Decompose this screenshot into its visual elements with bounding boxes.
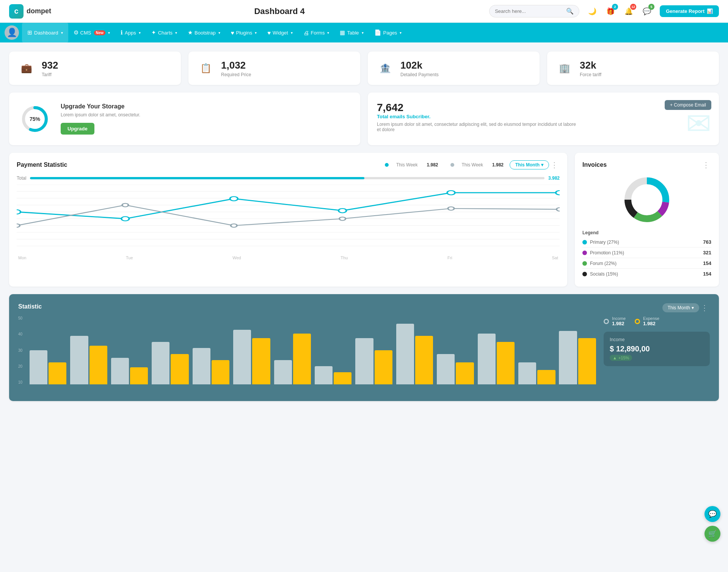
invoices-card: Invoices ⋮ Legend Primary (27%) 763: [575, 153, 719, 287]
payment-chart-title: Payment Statistic: [17, 161, 385, 168]
logo: c dompet: [9, 4, 70, 19]
search-icon[interactable]: 🔍: [566, 8, 574, 15]
statistic-month-button[interactable]: This Month ▾: [662, 303, 699, 312]
bar-yellow: [497, 342, 515, 384]
primary-label: Primary (27%): [590, 240, 700, 245]
invoice-legend-socials: Socials (15%) 154: [582, 269, 711, 279]
bar-white: [30, 350, 47, 384]
bar-group: [233, 330, 270, 384]
statistic-body: 10 20 30 40 50 Income 1.982: [18, 316, 710, 392]
legend-val-1: 1.982: [427, 162, 438, 168]
nav-forms-label: Forms: [311, 30, 325, 36]
upgrade-button[interactable]: Upgrade: [61, 123, 94, 135]
charts-icon: ✦: [151, 29, 156, 36]
arrow-up-icon: ▲: [613, 356, 617, 360]
payment-total-row: Total 3.982: [17, 176, 560, 181]
tariff-info: 932 Tariff: [42, 60, 58, 77]
bell-button[interactable]: 🔔 12: [622, 5, 635, 18]
page-title: Dashboard 4: [76, 6, 483, 16]
chevron-down-icon-cms: ▾: [108, 31, 110, 35]
chevron-down-icon-bootstrap: ▾: [218, 31, 220, 35]
nav-item-cms[interactable]: ⚙ CMS New ▾: [68, 23, 115, 42]
expense-info: Expense 1.982: [643, 316, 659, 326]
svg-point-19: [122, 204, 128, 207]
bar-white: [315, 366, 333, 384]
payment-legend: This Week 1.982 This Week 1.982: [385, 162, 504, 168]
chat-button[interactable]: 💬 5: [640, 5, 654, 18]
bar-yellow: [171, 354, 188, 384]
this-month-button[interactable]: This Month ▾: [510, 160, 549, 169]
email-count: 7,642: [377, 102, 710, 114]
nav-item-pages[interactable]: 📄 Pages ▾: [369, 23, 407, 42]
gift-badge: 2: [612, 4, 618, 10]
income-expense-row: Income 1.982 Expense 1.982: [604, 316, 710, 326]
theme-toggle[interactable]: 🌙: [585, 5, 599, 18]
payment-chart-menu-button[interactable]: ⋮: [549, 160, 560, 169]
search-input[interactable]: [495, 8, 563, 14]
bar-group: [315, 366, 351, 384]
chevron-down-icon-statistic: ▾: [692, 305, 694, 310]
bar-white: [355, 338, 373, 384]
storage-donut: 75%: [20, 104, 50, 134]
force-tariff-value: 32k: [580, 60, 601, 71]
nav-apps-label: Apps: [125, 30, 136, 36]
generate-report-button[interactable]: Generate Report 📊: [660, 5, 719, 17]
nav-item-forms[interactable]: 🖨 Forms ▾: [298, 23, 335, 42]
bar-yellow: [212, 360, 229, 384]
expense-dot: [635, 319, 640, 324]
email-card: + Compose Email 7,642 Total emails Subcr…: [368, 92, 719, 145]
total-value: 3.982: [548, 176, 560, 181]
apps-icon: ℹ: [121, 29, 123, 36]
charts-row: Payment Statistic This Week 1.982 This W…: [9, 153, 719, 287]
required-price-info: 1,032 Required Price: [221, 60, 251, 77]
x-axis-labels: Mon Tue Wed Thu Fri Sat: [17, 255, 560, 260]
x-label-wed: Wed: [232, 255, 241, 260]
bar-white: [233, 330, 251, 384]
nav-item-widget[interactable]: ♥ Widget ▾: [262, 23, 298, 42]
bar-white: [559, 331, 577, 384]
nav-item-dashboard[interactable]: ⊞ Dashboard ▾: [22, 23, 68, 42]
income-box-label: Income: [610, 337, 704, 342]
bar-white: [193, 348, 210, 384]
legend-label-1: This Week: [396, 162, 417, 168]
generate-report-label: Generate Report: [666, 8, 704, 14]
force-tariff-info: 32k Force tariff: [580, 60, 601, 77]
statistic-menu-button[interactable]: ⋮: [699, 303, 710, 312]
bar-yellow: [415, 336, 433, 384]
invoices-menu-button[interactable]: ⋮: [701, 160, 711, 169]
income-badge-val: +15%: [618, 356, 629, 360]
forms-icon: 🖨: [303, 30, 309, 36]
x-label-fri: Fri: [447, 255, 452, 260]
bar-group: [70, 336, 107, 384]
chevron-down-icon-apps: ▾: [139, 31, 141, 35]
bar-chart-area: [30, 316, 596, 392]
bar-yellow: [293, 334, 311, 384]
this-month-label: This Month: [515, 162, 540, 168]
legend-label-2: This Week: [462, 162, 483, 168]
bar-y-axis: 10 20 30 40 50: [18, 316, 28, 384]
legend-dot-2: [450, 163, 454, 167]
y-label-10: 10: [18, 380, 28, 384]
x-label-mon: Mon: [18, 255, 26, 260]
forum-value: 154: [703, 260, 711, 266]
nav-item-bootstrap[interactable]: ★ Bootstrap ▾: [182, 23, 226, 42]
gift-button[interactable]: 🎁 2: [604, 5, 617, 18]
x-label-thu: Thu: [340, 255, 348, 260]
y-label-50: 50: [18, 316, 28, 320]
storage-card: 75% Upgrade Your Storage Lorem ipsum dol…: [9, 92, 360, 145]
income-amount: $ 12,890,00: [610, 345, 704, 353]
line-chart-container: Mon Tue Wed Thu Fri Sat: [17, 185, 560, 253]
nav-item-charts[interactable]: ✦ Charts ▾: [146, 23, 182, 42]
nav-item-table[interactable]: ▦ Table ▾: [334, 23, 369, 42]
chart-icon: 📊: [707, 8, 713, 14]
table-icon: ▦: [340, 29, 345, 36]
nav-bootstrap-label: Bootstrap: [195, 30, 216, 36]
nav-item-plugins[interactable]: ♥ Plugins ▾: [226, 23, 262, 42]
bar-group: [30, 350, 66, 384]
svg-point-17: [556, 191, 560, 195]
nav-item-apps[interactable]: ℹ Apps ▾: [115, 23, 146, 42]
bar-yellow: [130, 367, 148, 384]
topbar: c dompet Dashboard 4 🔍 🌙 🎁 2 🔔 12 💬 5 Ge…: [0, 0, 728, 23]
plugins-icon: ♥: [231, 30, 234, 36]
search-bar[interactable]: 🔍: [489, 5, 579, 17]
